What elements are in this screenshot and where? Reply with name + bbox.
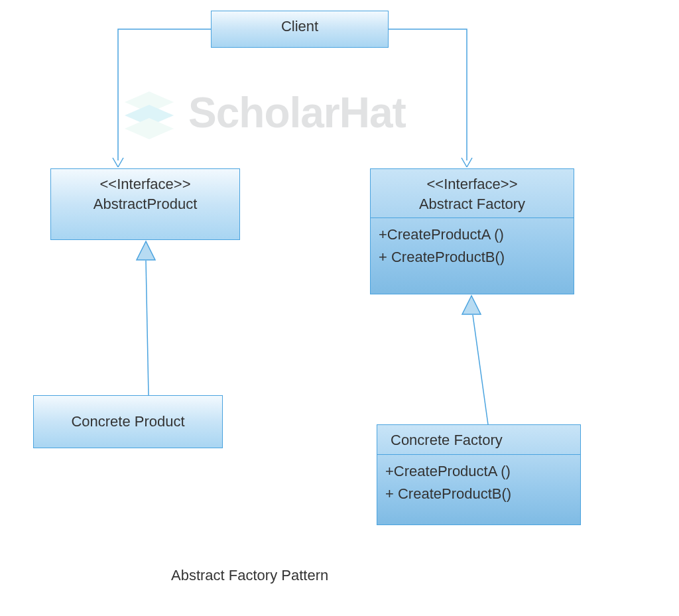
concrete-factory-methods: +CreateProductA () + CreateProductB() <box>377 454 580 512</box>
abstract-factory-methods: +CreateProductA () + CreateProductB() <box>371 217 574 275</box>
scholarhat-logo-icon <box>119 86 179 139</box>
interface-abstract-product: <<Interface>> AbstractProduct <box>50 168 240 240</box>
concrete-factory-method-b: + CreateProductB() <box>385 483 572 505</box>
svg-line-3 <box>467 158 472 167</box>
abstract-factory-name: Abstract Factory <box>373 194 571 214</box>
generalization-concrete-product-to-abstract-product <box>137 241 155 395</box>
arrow-client-to-abstract-factory <box>389 29 472 167</box>
class-concrete-factory: Concrete Factory +CreateProductA () + Cr… <box>377 424 581 525</box>
svg-line-1 <box>118 158 123 167</box>
svg-line-4 <box>146 261 149 395</box>
svg-line-0 <box>113 158 118 167</box>
abstract-factory-method-a: +CreateProductA () <box>379 223 566 246</box>
class-client: Client <box>211 11 389 48</box>
concrete-product-name: Concrete Product <box>34 396 222 436</box>
abstract-product-name: AbstractProduct <box>54 194 237 214</box>
watermark: ScholarHat <box>119 86 406 139</box>
concrete-factory-method-a: +CreateProductA () <box>385 460 572 483</box>
abstract-product-stereotype: <<Interface>> <box>54 174 237 194</box>
svg-marker-7 <box>462 296 481 314</box>
diagram-caption: Abstract Factory Pattern <box>171 567 328 584</box>
concrete-factory-name: Concrete Factory <box>391 430 578 450</box>
abstract-factory-method-b: + CreateProductB() <box>379 246 566 269</box>
svg-line-2 <box>462 158 467 167</box>
arrow-client-to-abstract-product <box>113 29 211 167</box>
abstract-factory-stereotype: <<Interface>> <box>373 174 571 194</box>
interface-abstract-factory: <<Interface>> Abstract Factory +CreatePr… <box>370 168 574 294</box>
watermark-text: ScholarHat <box>188 88 406 137</box>
svg-line-6 <box>473 315 488 424</box>
class-client-name: Client <box>212 11 388 40</box>
abstract-factory-diagram: ScholarHat Client <<Interface>> Abstract… <box>0 0 679 616</box>
generalization-concrete-factory-to-abstract-factory <box>462 296 488 424</box>
class-concrete-product: Concrete Product <box>33 395 223 448</box>
svg-marker-5 <box>137 241 155 260</box>
